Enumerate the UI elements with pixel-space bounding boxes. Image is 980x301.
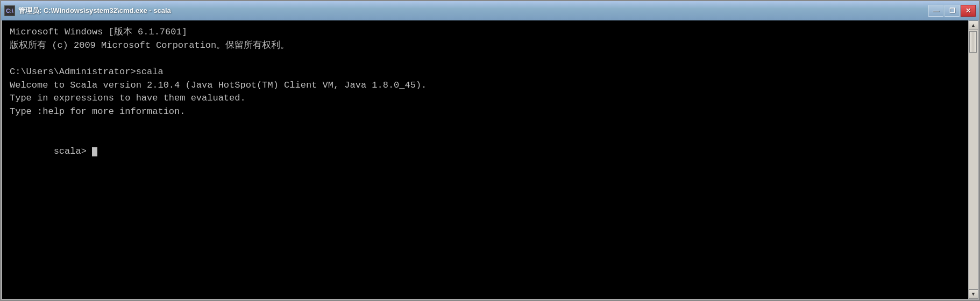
close-button[interactable]: ✕: [961, 5, 976, 17]
restore-button[interactable]: ❐: [945, 5, 960, 17]
terminal-line-3: C:\Users\Administrator>scala: [10, 66, 961, 79]
terminal-prompt-line[interactable]: scala>: [10, 132, 961, 171]
scroll-track[interactable]: [969, 30, 978, 289]
window-icon: C:\: [4, 5, 15, 16]
cmd-window: C:\ 管理员: C:\Windows\system32\cmd.exe - s…: [0, 0, 980, 301]
scrollbar[interactable]: ▲ ▼: [968, 20, 978, 299]
scroll-down-button[interactable]: ▼: [969, 289, 978, 299]
terminal-line-6: Type :help for more information.: [10, 105, 961, 119]
window-body: Microsoft Windows [版本 6.1.7601] 版权所有 (c)…: [1, 20, 979, 300]
minimize-button[interactable]: —: [928, 5, 943, 17]
terminal-empty-1: [10, 52, 961, 66]
terminal-area[interactable]: Microsoft Windows [版本 6.1.7601] 版权所有 (c)…: [2, 20, 968, 299]
terminal-empty-2: [10, 118, 961, 132]
title-bar-left: C:\ 管理员: C:\Windows\system32\cmd.exe - s…: [4, 5, 171, 16]
terminal-line-2: 版权所有 (c) 2009 Microsoft Corporation。保留所有…: [10, 39, 961, 53]
terminal-line-5: Type in expressions to have them evaluat…: [10, 92, 961, 105]
scroll-thumb[interactable]: [969, 31, 977, 53]
title-bar: C:\ 管理员: C:\Windows\system32\cmd.exe - s…: [1, 1, 979, 20]
terminal-line-4: Welcome to Scala version 2.10.4 (Java Ho…: [10, 79, 961, 92]
title-bar-text: 管理员: C:\Windows\system32\cmd.exe - scala: [18, 6, 171, 16]
terminal-line-1: Microsoft Windows [版本 6.1.7601]: [10, 26, 961, 39]
terminal-cursor: [92, 147, 97, 156]
terminal-prompt: scala>: [54, 146, 92, 156]
scroll-up-button[interactable]: ▲: [969, 20, 978, 30]
title-bar-controls: — ❐ ✕: [928, 5, 976, 17]
